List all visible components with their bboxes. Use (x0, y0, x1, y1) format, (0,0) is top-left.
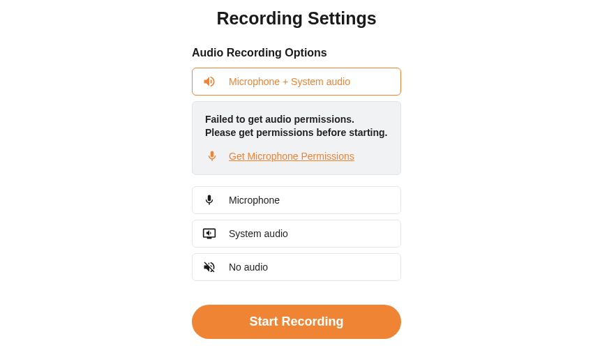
option-mic[interactable]: Microphone (192, 186, 401, 214)
option-system[interactable]: System audio (192, 220, 401, 248)
microphone-icon (205, 149, 219, 163)
system-audio-icon (202, 227, 216, 241)
option-none[interactable]: No audio (192, 253, 401, 281)
option-label: No audio (229, 261, 268, 273)
volume-icon (202, 75, 216, 89)
option-label: Microphone + System audio (229, 76, 350, 87)
start-recording-button[interactable]: Start Recording (192, 305, 401, 339)
mute-icon (202, 260, 216, 274)
option-label: Microphone (229, 195, 280, 206)
page-title: Recording Settings (192, 8, 401, 29)
get-permissions-link[interactable]: Get Microphone Permissions (229, 151, 354, 162)
section-title: Audio Recording Options (192, 47, 401, 59)
permission-message: Failed to get audio permissions. Please … (205, 113, 388, 139)
option-mic-system[interactable]: Microphone + System audio (192, 68, 401, 96)
microphone-icon (202, 193, 216, 207)
option-label: System audio (229, 228, 288, 239)
permission-warning: Failed to get audio permissions. Please … (192, 101, 401, 175)
